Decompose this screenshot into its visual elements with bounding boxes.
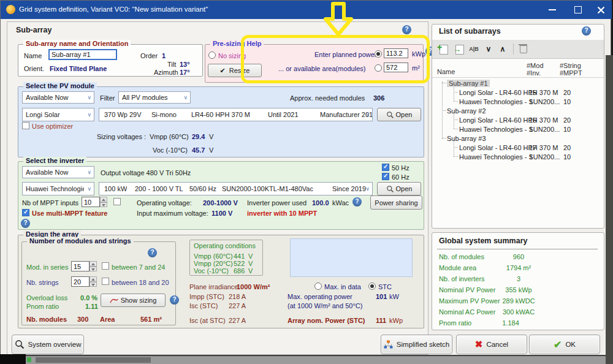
mod-series-stepper[interactable] xyxy=(89,261,97,271)
pv-spec-until: Until 2021 xyxy=(268,111,299,118)
strings-input[interactable] xyxy=(71,276,89,287)
tree-value-str: 10 xyxy=(563,98,571,105)
subarray-list-help-icon[interactable] xyxy=(582,26,591,36)
subarray-name-input[interactable] xyxy=(48,49,117,60)
pv-module-dropdown[interactable]: 370 Wp 29V Si-mono LR4-60 HPH 370 M Unti… xyxy=(99,108,373,121)
pv-open-button[interactable]: Open xyxy=(377,108,421,121)
multi-mppt-checkbox[interactable] xyxy=(22,209,29,216)
mod-series-range-checkbox[interactable] xyxy=(102,262,109,270)
summary-title: Global system summary xyxy=(439,237,528,246)
title-bar: Grid system definition, Variant VC0: "Ne… xyxy=(1,1,612,19)
inv-spec-power: 100 kW xyxy=(104,185,127,192)
tree-leaf-inverter[interactable]: Huawei Technologies - SUN200... xyxy=(459,97,560,106)
tree-connector xyxy=(454,156,458,157)
isc-at-stc-label: Isc (at STC) xyxy=(189,317,226,324)
inverter-title: Select the inverter xyxy=(23,157,86,164)
plane-irradiance-value: 1000 W/m² xyxy=(237,283,270,290)
tree-leaf-inverter[interactable]: Huawei Technologies - SUN200... xyxy=(459,124,560,134)
array-nom-power-label: Array nom. Power (STC) xyxy=(287,317,365,324)
mppt-stepper[interactable] xyxy=(100,197,107,207)
hz50-checkbox[interactable] xyxy=(382,164,389,171)
use-optimizer-checkbox[interactable] xyxy=(22,122,29,129)
mppt-option-checkbox[interactable] xyxy=(113,198,121,205)
inverter-manufacturer-dropdown[interactable]: Huawei Technologies xyxy=(22,182,94,195)
resize-button[interactable]: Resize xyxy=(208,64,262,77)
maximize-button[interactable] xyxy=(568,1,588,19)
planned-power-radio[interactable] xyxy=(375,50,382,58)
cancel-label: Cancel xyxy=(486,341,508,348)
inverter-help-icon[interactable] xyxy=(21,219,30,228)
pv-filter-value: All PV modules xyxy=(122,94,168,101)
tree-leaf-module[interactable]: Longi Solar - LR4-60 HPH 370 M xyxy=(459,115,558,124)
move-up-button[interactable] xyxy=(496,42,509,56)
planned-power-input[interactable] xyxy=(384,48,408,58)
no-sizing-radio[interactable] xyxy=(208,51,216,59)
pv-module-title: Select the PV module xyxy=(23,82,97,89)
search-icon xyxy=(386,185,394,193)
input-max-voltage-label: Input maximum voltage: xyxy=(137,210,208,217)
power-sharing-button[interactable]: Power sharing xyxy=(370,195,422,210)
subarray-help-icon[interactable] xyxy=(402,25,411,34)
delete-subarray-button[interactable] xyxy=(517,42,530,56)
tree-value-str: 20 xyxy=(563,144,571,151)
tree-connector xyxy=(454,129,458,129)
operating-voltage-label: Operating voltage: xyxy=(137,199,192,207)
tree-leaf-inverter[interactable]: Huawei Technologies - SUN200... xyxy=(459,152,560,161)
azimuth-label: Azimuth xyxy=(154,69,178,76)
rename-subarray-button[interactable] xyxy=(467,42,481,56)
inv-spec-freq: 50/60 Hz xyxy=(189,185,216,192)
pv-spec-tech: Si-mono xyxy=(151,111,177,118)
summary-value: 1794 m² xyxy=(488,264,549,271)
tree-node-subarray[interactable]: Sub-array #2 xyxy=(447,106,486,115)
tree-node-subarray[interactable]: Sub-array #3 xyxy=(447,134,486,143)
tree-leaf-label: Huawei Technologies - SUN200... xyxy=(459,153,560,161)
tree-leaf-module[interactable]: Longi Solar - LR4-60 HPH 370 M xyxy=(459,143,558,152)
duplicate-subarray-button[interactable] xyxy=(452,42,465,56)
system-overview-button[interactable]: System overview xyxy=(12,335,84,354)
pv-open-label: Open xyxy=(396,111,413,118)
nb-modules-label: Nb. modules xyxy=(26,316,67,323)
ok-button[interactable]: OK xyxy=(529,335,600,354)
tree-value-str: 20 xyxy=(563,89,571,96)
move-down-button[interactable] xyxy=(482,42,495,56)
show-sizing-button[interactable]: Show sizing xyxy=(101,294,166,307)
show-sizing-help-icon[interactable] xyxy=(170,295,179,305)
power-used-help-icon[interactable] xyxy=(352,197,362,207)
cancel-button[interactable]: Cancel xyxy=(456,335,527,354)
mod-series-input[interactable] xyxy=(71,261,89,271)
close-icon xyxy=(597,6,605,14)
trash-icon xyxy=(520,45,527,53)
max-in-data-radio[interactable] xyxy=(314,282,322,290)
isc-at-stc-value: 227 A xyxy=(229,317,246,324)
strings-stepper[interactable] xyxy=(89,276,97,287)
tree-leaf-module[interactable]: Longi Solar - LR4-60 HPH 370 M xyxy=(459,88,558,97)
area-mode-radio[interactable] xyxy=(375,64,382,72)
minimize-button[interactable] xyxy=(542,1,563,19)
inverter-availability-dropdown[interactable]: Available Now xyxy=(22,166,94,178)
add-subarray-button[interactable] xyxy=(436,42,449,56)
simplified-sketch-button[interactable]: Simplified sketch xyxy=(381,335,452,354)
inverter-manufacturer-value: Huawei Technologies xyxy=(26,185,84,192)
inverter-open-button[interactable]: Open xyxy=(377,182,421,195)
vmpp-unit: V xyxy=(209,133,213,140)
mppt-inputs-input[interactable] xyxy=(82,197,100,207)
pv-filter-dropdown[interactable]: All PV modules xyxy=(118,91,191,104)
pnom-label: Pnom ratio xyxy=(26,303,59,310)
close-button[interactable] xyxy=(590,1,611,19)
tree-value-str: 10 xyxy=(563,153,571,161)
strings-range-checkbox[interactable] xyxy=(102,278,109,285)
output-voltage-label: Output voltage 480 V Tri 50Hz xyxy=(101,169,191,176)
tree-node-subarray[interactable]: Sub-array #1 xyxy=(447,78,490,88)
inverter-model-dropdown[interactable]: 100 kW 200 - 1000 V TL 50/60 Hz SUN2000-… xyxy=(99,182,373,195)
pv-manufacturer-dropdown[interactable]: Longi Solar xyxy=(22,108,94,121)
area-input[interactable] xyxy=(384,63,408,72)
pv-manufacturer-value: Longi Solar xyxy=(26,111,60,118)
tree-leaf-label: Huawei Technologies - SUN200... xyxy=(459,98,560,105)
pv-availability-dropdown[interactable]: Available Now xyxy=(22,91,94,104)
hz60-checkbox[interactable] xyxy=(382,173,389,180)
max-operating-power-value: 101 xyxy=(376,293,387,300)
sketch-icon xyxy=(384,340,393,349)
tree-value-mod: 17 xyxy=(529,144,536,151)
modules-strings-help-icon[interactable] xyxy=(148,248,157,257)
stc-radio[interactable] xyxy=(368,282,376,290)
